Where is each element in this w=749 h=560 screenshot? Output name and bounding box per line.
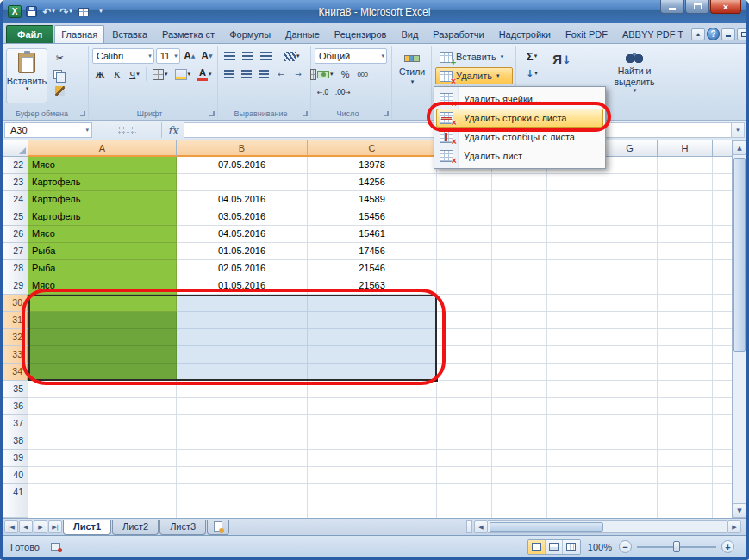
alignment-dialog-launcher[interactable] (303, 111, 308, 116)
cell-F36[interactable] (547, 398, 602, 415)
cell-D35[interactable] (437, 381, 492, 398)
cell-C27[interactable]: 17456 (308, 243, 437, 260)
cell-A39[interactable] (28, 450, 177, 467)
align-center-button[interactable] (239, 66, 254, 82)
cell-D33[interactable] (437, 346, 492, 364)
cell-A24[interactable]: Картофель (28, 191, 177, 208)
percent-style-button[interactable]: % (338, 66, 353, 82)
cell-C35[interactable] (308, 381, 437, 398)
cell-E32[interactable] (492, 329, 547, 346)
cell-styles-button[interactable]: Стили ▾ (396, 48, 428, 103)
cell-F28[interactable] (547, 260, 602, 277)
cell-A25[interactable]: Картофель (28, 208, 177, 226)
first-sheet-button[interactable]: |◀ (4, 520, 18, 533)
workbook-restore-button[interactable] (737, 28, 749, 40)
font-color-button[interactable]: А▾ (195, 66, 215, 82)
align-right-button[interactable] (256, 66, 272, 82)
cell-H27[interactable] (658, 243, 713, 260)
cell-G37[interactable] (602, 415, 658, 432)
cell-F26[interactable] (547, 226, 602, 243)
cell-B40[interactable] (177, 467, 308, 484)
font-size-combo[interactable]: 11▾ (156, 48, 180, 64)
underline-button[interactable]: Ч▾ (127, 66, 142, 82)
menu-item-delete-cells[interactable]: × Удалить ячейки... (434, 90, 605, 109)
cell-B28[interactable]: 02.05.2016 (177, 260, 308, 277)
cell-D23[interactable] (437, 174, 492, 191)
cell-C24[interactable]: 14589 (308, 191, 437, 208)
cell-E29[interactable] (492, 277, 547, 295)
next-sheet-button[interactable]: ▶ (34, 520, 47, 533)
cell-H24[interactable] (658, 191, 713, 208)
cell-C33[interactable] (308, 346, 437, 364)
find-select-button[interactable]: Найти и выделить ▾ (604, 48, 665, 103)
page-layout-view-button[interactable] (546, 540, 563, 554)
cell-D41[interactable] (437, 484, 492, 501)
cell-D31[interactable] (437, 312, 492, 329)
cell-E24[interactable] (492, 191, 547, 208)
cell-H32[interactable] (658, 329, 713, 346)
cell-D36[interactable] (437, 398, 492, 415)
cell-H34[interactable] (658, 364, 713, 381)
tab-formulas[interactable]: Формулы (222, 25, 278, 43)
normal-view-button[interactable] (528, 540, 546, 554)
cell-E38[interactable] (492, 432, 547, 450)
cell-C39[interactable] (308, 450, 437, 467)
row-header-24[interactable]: 24 (3, 191, 28, 208)
cell-F39[interactable] (547, 450, 602, 467)
cell-C22[interactable]: 13978 (308, 157, 437, 174)
cell-B34[interactable] (177, 364, 308, 381)
decrease-decimal-button[interactable]: .00→ (333, 84, 353, 100)
align-middle-button[interactable] (240, 48, 256, 64)
cell-G26[interactable] (602, 226, 658, 243)
scroll-left-button[interactable]: ◀ (474, 520, 488, 533)
cell-B41[interactable] (177, 484, 308, 501)
zoom-slider-thumb[interactable] (673, 541, 680, 552)
autosum-button[interactable]: Σ▾ (520, 48, 544, 64)
delete-cells-button[interactable]: × Удалить ▾ (435, 67, 513, 84)
cell-G24[interactable] (602, 191, 658, 208)
cell-D27[interactable] (437, 243, 492, 260)
row-header-27[interactable]: 27 (3, 243, 28, 260)
cell-B30[interactable] (177, 295, 308, 312)
cell-A37[interactable] (28, 415, 177, 432)
cell-B26[interactable]: 04.05.2016 (177, 226, 308, 243)
cell-B27[interactable]: 01.05.2016 (177, 243, 308, 260)
font-name-combo[interactable]: Calibri▾ (92, 48, 154, 64)
prev-sheet-button[interactable]: ◀ (19, 520, 33, 533)
row-header-28[interactable]: 28 (3, 260, 28, 277)
cell-D28[interactable] (437, 260, 492, 277)
cell-B23[interactable] (177, 174, 308, 191)
cell-C30[interactable] (308, 295, 437, 312)
cell-A34[interactable] (28, 364, 177, 381)
undo-button[interactable]: ↶▾ (41, 4, 56, 19)
qat-customize-button[interactable]: ▾ (93, 4, 108, 19)
cell-B31[interactable] (177, 312, 308, 329)
cell-D25[interactable] (437, 208, 492, 226)
column-header-A[interactable]: A (28, 140, 177, 157)
font-dialog-launcher[interactable] (209, 111, 215, 116)
number-dialog-launcher[interactable] (384, 111, 389, 116)
cell-E27[interactable] (492, 243, 547, 260)
cell-A32[interactable] (28, 329, 177, 346)
row-header-23[interactable]: 23 (3, 174, 28, 191)
row-header-31[interactable]: 31 (3, 312, 28, 329)
sheet-tab-2[interactable]: Лист2 (112, 520, 159, 535)
cell-H33[interactable] (658, 346, 713, 364)
cell-G27[interactable] (602, 243, 658, 260)
cell-B24[interactable]: 04.05.2016 (177, 191, 308, 208)
cell-A35[interactable] (28, 381, 177, 398)
tab-file[interactable]: Файл (6, 25, 53, 43)
cell-G32[interactable] (602, 329, 658, 346)
row-header-41[interactable]: 41 (3, 484, 28, 501)
cell-F30[interactable] (547, 295, 602, 312)
cell-F38[interactable] (547, 432, 602, 450)
cell-F32[interactable] (547, 329, 602, 346)
cell-F41[interactable] (547, 484, 602, 501)
cell-H36[interactable] (658, 398, 713, 415)
accounting-format-button[interactable]: ▾ (315, 66, 336, 82)
cell-C31[interactable] (308, 312, 437, 329)
cell-G33[interactable] (602, 346, 658, 364)
cell-B25[interactable]: 03.05.2016 (177, 208, 308, 226)
row-header-38[interactable]: 38 (3, 432, 28, 450)
menu-item-delete-sheet[interactable]: × Удалить лист (434, 146, 605, 165)
